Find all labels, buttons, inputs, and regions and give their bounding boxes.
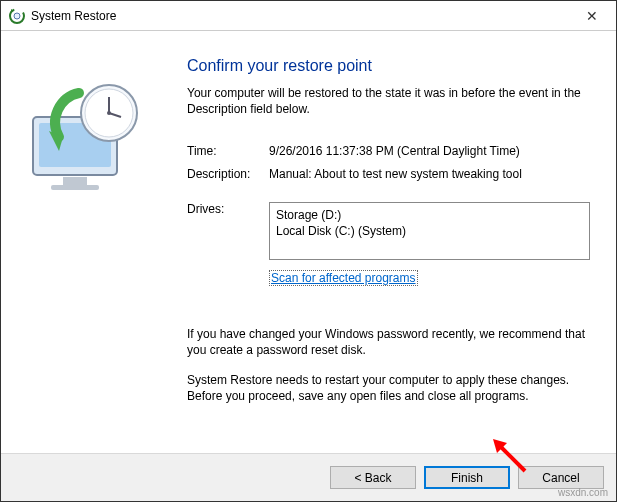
left-column [19,51,169,443]
cancel-button[interactable]: Cancel [518,466,604,489]
finish-button[interactable]: Finish [424,466,510,489]
restart-note: System Restore needs to restart your com… [187,372,592,404]
svg-rect-4 [63,177,87,185]
svg-rect-5 [51,185,99,190]
svg-point-1 [14,13,20,19]
description-row: Description: Manual: About to test new s… [187,166,592,182]
time-value: 9/26/2016 11:37:38 PM (Central Daylight … [269,143,592,159]
description-label: Description: [187,166,269,182]
time-row: Time: 9/26/2016 11:37:38 PM (Central Day… [187,143,592,159]
button-bar: < Back Finish Cancel [1,453,616,501]
close-button[interactable]: ✕ [569,1,614,31]
drives-list: Storage (D:) Local Disk (C:) (System) [269,202,590,260]
drive-item: Storage (D:) [276,207,583,223]
system-restore-icon [9,8,25,24]
system-restore-graphic-icon [19,77,149,197]
titlebar: System Restore ✕ [1,1,616,31]
system-restore-window: System Restore ✕ [0,0,617,502]
time-label: Time: [187,143,269,159]
drive-item: Local Disk (C:) (System) [276,223,583,239]
intro-text: Your computer will be restored to the st… [187,85,592,117]
right-column: Confirm your restore point Your computer… [187,51,592,443]
page-heading: Confirm your restore point [187,57,592,75]
description-value: Manual: About to test new system tweakin… [269,166,592,182]
password-note: If you have changed your Windows passwor… [187,326,592,358]
scan-affected-programs-link[interactable]: Scan for affected programs [269,270,418,286]
drives-label: Drives: [187,202,269,260]
drives-row: Drives: Storage (D:) Local Disk (C:) (Sy… [187,202,592,260]
dialog-body: Confirm your restore point Your computer… [1,31,616,453]
svg-point-10 [107,111,111,115]
window-title: System Restore [31,9,569,23]
back-button[interactable]: < Back [330,466,416,489]
scan-link-row: Scan for affected programs [187,270,592,286]
